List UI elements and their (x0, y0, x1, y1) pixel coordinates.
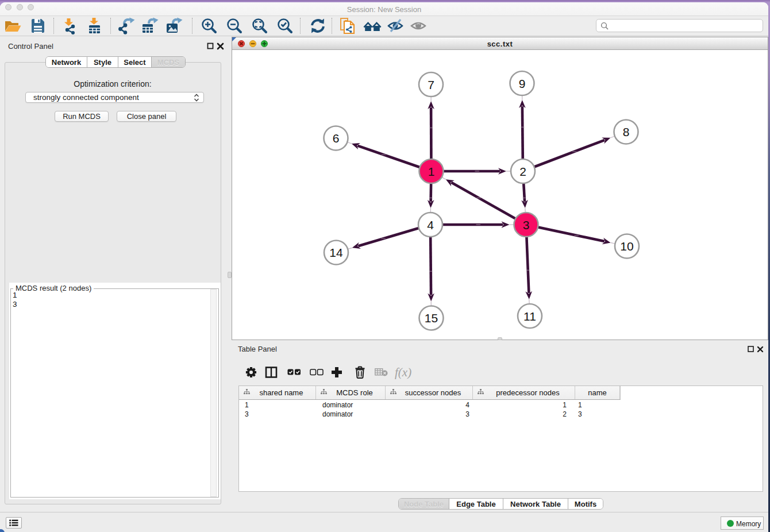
svg-text:3: 3 (523, 218, 530, 232)
svg-text:11: 11 (523, 310, 536, 323)
svg-text:9: 9 (519, 77, 526, 90)
svg-text:7: 7 (428, 78, 434, 91)
svg-text:8: 8 (623, 125, 630, 138)
svg-text:14: 14 (329, 246, 343, 259)
svg-text:6: 6 (333, 132, 340, 145)
svg-text:1: 1 (428, 165, 435, 178)
svg-text:15: 15 (425, 311, 438, 325)
svg-text:4: 4 (427, 218, 434, 232)
svg-text:10: 10 (620, 240, 633, 253)
svg-text:2: 2 (519, 165, 526, 178)
